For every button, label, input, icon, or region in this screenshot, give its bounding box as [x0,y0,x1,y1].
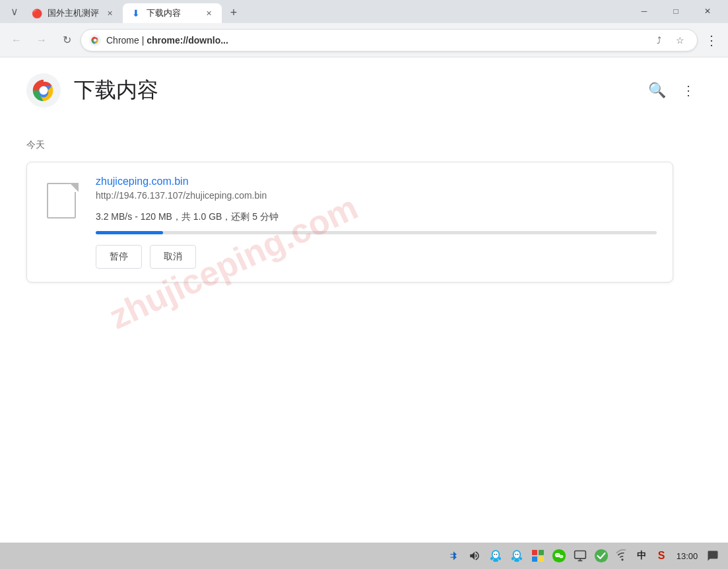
svg-point-11 [496,554,498,555]
download-url: http://194.76.137.107/zhujiceping.com.bi… [96,190,657,201]
toolbar: ← → ↻ Chrome | chrome://downlo... ⤴ ☆ [0,23,728,57]
more-icon: ⋮ [705,32,719,48]
window-controls: ─ □ ✕ [629,2,723,20]
search-button[interactable]: 🔍 [644,77,670,104]
svg-point-5 [40,86,48,95]
svg-point-24 [559,555,563,558]
svg-point-32 [595,549,608,562]
forward-button[interactable]: → [30,29,53,51]
svg-point-17 [514,559,519,562]
chrome-logo [26,73,61,108]
svg-rect-20 [532,556,537,562]
titlebar: ∨ 🔴 国外主机测评 ✕ ⬇ 下载内容 ✕ + ─ □ ✕ [0,0,728,23]
new-tab-button[interactable]: + [224,3,243,22]
svg-point-2 [94,38,97,42]
download-status: 3.2 MB/s - 120 MB，共 1.0 GB，还剩 5 分钟 [96,211,657,223]
svg-rect-19 [539,550,544,555]
toolbar-right: ⋮ [700,29,723,51]
input-method-label: S [658,550,665,562]
svg-point-28 [562,556,562,556]
svg-point-16 [517,554,519,555]
svg-point-10 [494,554,496,555]
svg-rect-29 [575,551,586,559]
file-icon-wrap [43,178,83,224]
taskbar: 中 S 13:00 [0,543,728,569]
svg-point-26 [558,554,558,555]
bookmark-button[interactable]: ☆ [671,31,689,50]
forward-icon: → [36,34,47,46]
file-icon [47,183,79,220]
svg-point-14 [514,551,520,558]
minimize-button[interactable]: ─ [629,2,659,20]
svg-point-33 [621,558,623,560]
pause-button[interactable]: 暂停 [96,245,142,269]
share-icon: ⤴ [657,35,661,46]
zh-indicator[interactable]: 中 [634,549,649,563]
tab-overflow-button[interactable]: ∨ [5,2,24,20]
page-header: 下载内容 🔍 ⋮ [26,73,702,118]
back-icon: ← [11,34,22,46]
monitor-icon[interactable] [571,547,589,565]
more-button[interactable]: ⋮ [700,29,723,51]
tab-1-label: 国外主机测评 [48,7,99,19]
address-actions: ⤴ ☆ [649,31,689,50]
tab-2[interactable]: ⬇ 下载内容 ✕ [123,3,222,23]
wifi-icon[interactable] [613,547,632,565]
site-icon [89,34,101,46]
progress-bar-background [96,231,657,234]
address-text: Chrome | chrome://downlo... [106,35,644,46]
bluetooth-icon[interactable] [444,547,463,565]
tab-2-label: 下载内容 [147,7,181,19]
page-content: zhujiceping.com 下载内容 🔍 ⋮ 今天 [0,57,728,543]
tab-1-close-button[interactable]: ✕ [104,8,115,18]
svg-rect-21 [539,556,544,562]
svg-point-12 [493,559,498,562]
svg-point-25 [556,554,557,555]
share-button[interactable]: ⤴ [649,31,668,50]
maximize-button[interactable]: □ [661,2,691,20]
tab-1-favicon: 🔴 [32,8,42,18]
chevron-down-icon: ∨ [11,5,18,18]
input-method-icon[interactable]: S [651,547,671,565]
volume-icon[interactable] [465,547,484,565]
tab-2-close-button[interactable]: ✕ [203,8,214,18]
address-bar[interactable]: Chrome | chrome://downlo... ⤴ ☆ [81,29,698,51]
qq1-icon[interactable] [486,547,505,565]
colorful-icon[interactable] [529,547,547,565]
page-title: 下载内容 [74,76,644,105]
svg-point-27 [560,556,561,556]
page-more-icon: ⋮ [682,83,696,98]
page-more-button[interactable]: ⋮ [675,77,702,104]
check-icon[interactable] [592,547,611,565]
cancel-button[interactable]: 取消 [150,245,196,269]
bookmark-icon: ☆ [676,35,684,46]
close-button[interactable]: ✕ [692,2,723,20]
tab-2-favicon: ⬇ [131,8,141,18]
tab-1[interactable]: 🔴 国外主机测评 ✕ [24,3,123,23]
svg-rect-18 [532,550,537,555]
reload-icon: ↻ [63,34,71,46]
search-icon: 🔍 [648,82,666,99]
progress-bar-fill [96,231,163,234]
svg-point-9 [493,551,499,558]
back-button[interactable]: ← [5,29,28,51]
header-actions: 🔍 ⋮ [644,77,702,104]
taskbar-time: 13:00 [674,551,700,561]
svg-point-15 [515,554,517,555]
download-filename[interactable]: zhujiceping.com.bin [96,176,657,187]
reload-button[interactable]: ↻ [55,29,78,51]
download-actions: 暂停 取消 [96,245,657,269]
qq2-icon[interactable] [508,547,526,565]
wechat-icon[interactable] [550,547,568,565]
download-details: zhujiceping.com.bin http://194.76.137.10… [96,176,657,269]
notification-button[interactable] [703,547,723,565]
download-card: zhujiceping.com.bin http://194.76.137.10… [26,162,673,283]
section-today: 今天 [26,139,702,151]
